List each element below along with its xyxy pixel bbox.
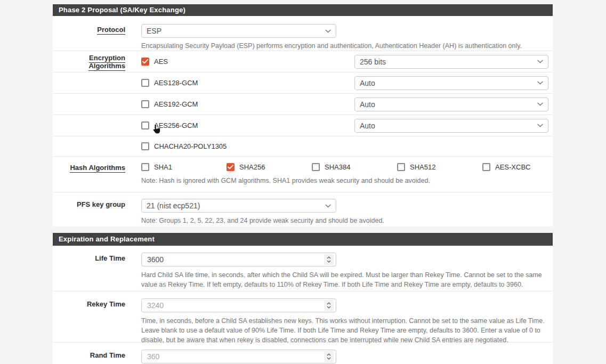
- aes-keylen-select[interactable]: 256 bits: [354, 55, 548, 69]
- life-time-row: Life Time Hard Child SA life time, in se…: [53, 246, 553, 292]
- aes256gcm-checkbox[interactable]: [141, 122, 149, 130]
- hash-note-text: Note: Hash is ignored with GCM algorithm…: [141, 176, 568, 186]
- rekey-time-row: Rekey Time Time, in seconds, before a Ch…: [53, 292, 553, 343]
- protocol-label: Protocol: [53, 16, 125, 51]
- rekey-time-help-text: Time, in seconds, before a Child SA esta…: [141, 317, 548, 345]
- rand-time-spinner[interactable]: [324, 351, 334, 362]
- aes192gcm-keylen-select[interactable]: Auto: [354, 98, 548, 111]
- expiration-replacement-panel: Expiration and Replacement Life Time Har…: [53, 233, 553, 364]
- encryption-algorithms-label: Encryption Algorithms: [53, 54, 125, 70]
- aes192gcm-checkbox-wrap: AES192-GCM: [141, 100, 198, 108]
- aes128gcm-keylen-value: Auto: [360, 79, 375, 87]
- protocol-row: Protocol ESP Encapsulating Security Payl…: [53, 16, 553, 51]
- sha512-checkbox-wrap: SHA512: [397, 163, 482, 171]
- spinner-down-icon: [327, 260, 331, 263]
- aesxcbc-checkbox-wrap: AES-XCBC: [482, 163, 568, 171]
- chevron-down-icon: [537, 60, 543, 63]
- chacha20-checkbox[interactable]: [141, 142, 149, 150]
- chacha20-checkbox-label: CHACHA20-POLY1305: [154, 142, 227, 150]
- hash-algorithms-row: Hash Algorithms SHA1 SHA256: [53, 157, 553, 192]
- aes256gcm-checkbox-wrap: AES256-GCM: [141, 122, 198, 130]
- protocol-help-text: Encapsulating Security Payload (ESP) per…: [141, 42, 548, 51]
- rand-time-row: Rand Time: [53, 343, 553, 364]
- pfs-key-group-value: 21 (nist ecp521): [147, 201, 200, 210]
- chevron-down-icon: [537, 81, 543, 85]
- sha384-checkbox-wrap: SHA384: [312, 163, 397, 171]
- rand-time-label: Rand Time: [53, 343, 125, 364]
- aesxcbc-checkbox-label: AES-XCBC: [495, 163, 530, 171]
- aes-checkbox-label: AES: [154, 58, 168, 66]
- pfs-key-group-label: PFS key group: [53, 192, 125, 227]
- panel-title-phase2-proposal: Phase 2 Proposal (SA/Key Exchange): [53, 4, 553, 16]
- panel-gap: [53, 227, 553, 233]
- hash-algorithms-label: Hash Algorithms: [53, 157, 125, 192]
- encryption-row-chacha20: CHACHA20-POLY1305: [53, 136, 553, 157]
- aes-keylen-value: 256 bits: [360, 58, 386, 66]
- encryption-row-aes128gcm: AES128-GCM Auto: [53, 72, 553, 94]
- aes192gcm-keylen-value: Auto: [360, 100, 375, 109]
- pfs-key-group-row: PFS key group 21 (nist ecp521) Note: Gro…: [53, 192, 553, 227]
- rekey-time-label: Rekey Time: [53, 292, 125, 342]
- sha1-checkbox[interactable]: [141, 163, 149, 171]
- aes128gcm-keylen-select[interactable]: Auto: [354, 76, 548, 90]
- spinner-down-icon: [327, 306, 331, 309]
- chevron-down-icon: [325, 29, 331, 33]
- pfs-key-group-select[interactable]: 21 (nist ecp521): [141, 199, 336, 213]
- encryption-row-aes256gcm: AES256-GCM Auto: [53, 115, 553, 136]
- rand-time-input[interactable]: [141, 350, 336, 363]
- protocol-select[interactable]: ESP: [141, 24, 336, 38]
- sha256-checkbox[interactable]: [227, 163, 235, 171]
- phase2-proposal-panel: Phase 2 Proposal (SA/Key Exchange) Proto…: [53, 4, 553, 227]
- life-time-input[interactable]: [141, 253, 336, 266]
- sha256-checkbox-label: SHA256: [239, 163, 265, 171]
- protocol-select-value: ESP: [147, 27, 161, 35]
- aesxcbc-checkbox[interactable]: [482, 163, 490, 171]
- sha512-checkbox[interactable]: [397, 163, 405, 171]
- rekey-time-input[interactable]: [141, 298, 336, 312]
- life-time-spinner[interactable]: [324, 254, 334, 265]
- panel-title-expiration: Expiration and Replacement: [53, 233, 553, 246]
- aes128gcm-checkbox-label: AES128-GCM: [154, 79, 198, 87]
- sha384-checkbox[interactable]: [312, 163, 320, 171]
- sha512-checkbox-label: SHA512: [410, 163, 435, 171]
- encryption-row-aes192gcm: AES192-GCM Auto: [53, 94, 553, 115]
- aes192gcm-checkbox[interactable]: [141, 100, 149, 108]
- encryption-row-aes: Encryption Algorithms AES 256 bits: [53, 51, 553, 72]
- sha256-checkbox-wrap: SHA256: [227, 163, 312, 171]
- sha384-checkbox-label: SHA384: [325, 163, 350, 171]
- spinner-up-icon: [327, 256, 331, 259]
- aes128gcm-checkbox[interactable]: [141, 79, 149, 87]
- aes256gcm-keylen-value: Auto: [360, 122, 375, 130]
- spinner-up-icon: [327, 302, 331, 305]
- aes-checkbox-wrap: AES: [141, 58, 168, 66]
- chevron-down-icon: [325, 204, 331, 208]
- chevron-down-icon: [537, 124, 543, 127]
- chevron-down-icon: [537, 102, 543, 106]
- spinner-up-icon: [327, 353, 331, 356]
- form-area: Phase 2 Proposal (SA/Key Exchange) Proto…: [53, 0, 553, 364]
- life-time-label: Life Time: [53, 246, 125, 291]
- rekey-time-spinner[interactable]: [324, 300, 334, 311]
- aes128gcm-checkbox-wrap: AES128-GCM: [141, 79, 198, 87]
- sha1-checkbox-label: SHA1: [154, 163, 172, 171]
- aes256gcm-keylen-select[interactable]: Auto: [354, 119, 548, 133]
- sha1-checkbox-wrap: SHA1: [141, 163, 227, 171]
- pfs-note-text: Note: Groups 1, 2, 5, 22, 23, and 24 pro…: [141, 216, 548, 226]
- chacha20-checkbox-wrap: CHACHA20-POLY1305: [141, 142, 227, 150]
- life-time-help-text: Hard Child SA life time, in seconds, aft…: [141, 271, 548, 290]
- aes-checkbox[interactable]: [141, 58, 149, 66]
- spinner-down-icon: [327, 357, 331, 360]
- aes192gcm-checkbox-label: AES192-GCM: [154, 100, 198, 108]
- aes256gcm-checkbox-label: AES256-GCM: [154, 122, 198, 130]
